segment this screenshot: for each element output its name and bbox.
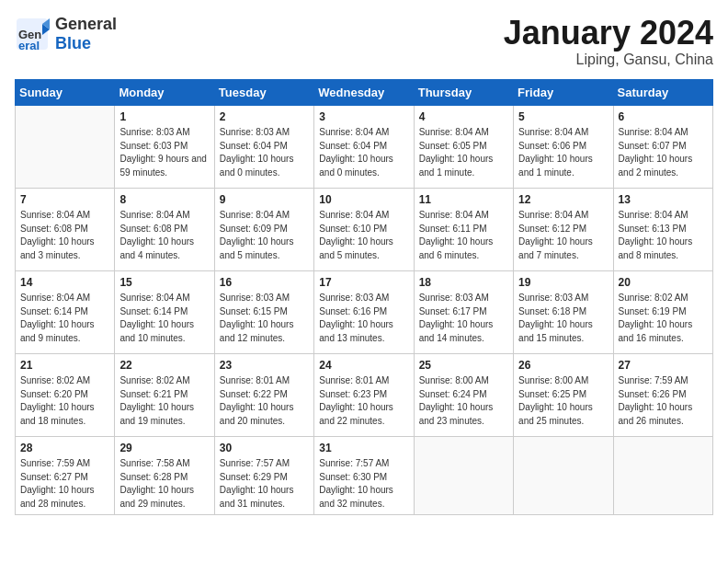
day-number: 28 [20,441,109,456]
logo-general: General [55,15,117,34]
day-number: 21 [20,358,109,373]
day-info: Sunrise: 8:04 AM Sunset: 6:05 PM Dayligh… [419,126,508,179]
day-number: 17 [319,275,408,291]
day-number: 23 [220,358,309,373]
calendar-cell: 31Sunrise: 7:57 AM Sunset: 6:30 PM Dayli… [314,436,414,515]
calendar-cell: 3Sunrise: 8:04 AM Sunset: 6:04 PM Daylig… [314,105,414,188]
weekday-header-row: SundayMondayTuesdayWednesdayThursdayFrid… [16,79,713,105]
calendar-cell: 19Sunrise: 8:03 AM Sunset: 6:18 PM Dayli… [514,270,613,353]
day-number: 26 [518,358,608,373]
day-info: Sunrise: 8:04 AM Sunset: 6:14 PM Dayligh… [20,292,109,345]
day-number: 9 [220,192,309,208]
title-block: January 2024 Liping, Gansu, China [504,15,713,68]
calendar-cell: 22Sunrise: 8:02 AM Sunset: 6:21 PM Dayli… [115,353,214,436]
calendar-cell: 30Sunrise: 7:57 AM Sunset: 6:29 PM Dayli… [214,436,313,515]
calendar-week-row: 14Sunrise: 8:04 AM Sunset: 6:14 PM Dayli… [16,270,713,353]
weekday-header-thursday: Thursday [414,79,513,105]
calendar-cell: 18Sunrise: 8:03 AM Sunset: 6:17 PM Dayli… [414,270,513,353]
day-number: 5 [518,109,608,125]
calendar-cell: 16Sunrise: 8:03 AM Sunset: 6:15 PM Dayli… [214,270,313,353]
day-info: Sunrise: 8:04 AM Sunset: 6:06 PM Dayligh… [518,126,608,179]
calendar-week-row: 21Sunrise: 8:02 AM Sunset: 6:20 PM Dayli… [16,353,713,436]
calendar-cell: 6Sunrise: 8:04 AM Sunset: 6:07 PM Daylig… [613,105,712,188]
calendar-cell: 25Sunrise: 8:00 AM Sunset: 6:24 PM Dayli… [414,353,513,436]
calendar-cell: 7Sunrise: 8:04 AM Sunset: 6:08 PM Daylig… [16,188,115,270]
calendar-cell: 9Sunrise: 8:04 AM Sunset: 6:09 PM Daylig… [214,188,313,270]
day-number: 30 [220,441,309,456]
day-number: 27 [619,358,708,373]
day-info: Sunrise: 8:02 AM Sunset: 6:21 PM Dayligh… [119,374,209,428]
svg-text:eral: eral [18,39,40,52]
location: Liping, Gansu, China [504,52,713,68]
calendar-cell: 24Sunrise: 8:01 AM Sunset: 6:23 PM Dayli… [314,353,414,436]
calendar-cell: 10Sunrise: 8:04 AM Sunset: 6:10 PM Dayli… [314,188,414,270]
day-number: 19 [518,275,608,291]
day-number: 11 [419,192,508,208]
day-number: 3 [319,109,408,125]
day-info: Sunrise: 8:04 AM Sunset: 6:10 PM Dayligh… [319,209,408,262]
calendar-cell: 8Sunrise: 8:04 AM Sunset: 6:08 PM Daylig… [115,188,214,270]
calendar-cell: 26Sunrise: 8:00 AM Sunset: 6:25 PM Dayli… [514,353,613,436]
day-info: Sunrise: 7:58 AM Sunset: 6:28 PM Dayligh… [119,457,209,511]
day-info: Sunrise: 7:57 AM Sunset: 6:30 PM Dayligh… [319,457,408,511]
day-info: Sunrise: 8:04 AM Sunset: 6:14 PM Dayligh… [119,292,209,345]
calendar-week-row: 1Sunrise: 8:03 AM Sunset: 6:03 PM Daylig… [16,105,713,188]
day-info: Sunrise: 8:02 AM Sunset: 6:20 PM Dayligh… [20,374,109,428]
calendar-cell: 14Sunrise: 8:04 AM Sunset: 6:14 PM Dayli… [16,270,115,353]
calendar-cell: 29Sunrise: 7:58 AM Sunset: 6:28 PM Dayli… [115,436,214,515]
day-number: 16 [220,275,309,291]
day-info: Sunrise: 8:03 AM Sunset: 6:15 PM Dayligh… [220,292,309,345]
day-number: 25 [419,358,508,373]
logo: Gen eral General Blue [15,15,117,52]
header: Gen eral General Blue January 2024 Lipin… [15,15,713,68]
month-title: January 2024 [504,15,713,52]
day-info: Sunrise: 8:03 AM Sunset: 6:04 PM Dayligh… [220,126,309,179]
calendar-cell: 11Sunrise: 8:04 AM Sunset: 6:11 PM Dayli… [414,188,513,270]
day-info: Sunrise: 8:04 AM Sunset: 6:04 PM Dayligh… [319,126,408,179]
calendar-cell: 2Sunrise: 8:03 AM Sunset: 6:04 PM Daylig… [214,105,313,188]
logo-icon: Gen eral [15,17,50,52]
day-number: 31 [319,441,408,456]
day-info: Sunrise: 8:04 AM Sunset: 6:13 PM Dayligh… [619,209,708,262]
day-number: 6 [619,109,708,125]
day-info: Sunrise: 8:04 AM Sunset: 6:08 PM Dayligh… [20,209,109,262]
day-info: Sunrise: 8:00 AM Sunset: 6:24 PM Dayligh… [419,374,508,428]
day-info: Sunrise: 7:59 AM Sunset: 6:27 PM Dayligh… [20,457,109,511]
calendar-cell: 5Sunrise: 8:04 AM Sunset: 6:06 PM Daylig… [514,105,613,188]
weekday-header-monday: Monday [115,79,214,105]
day-number: 24 [319,358,408,373]
day-info: Sunrise: 8:01 AM Sunset: 6:22 PM Dayligh… [220,374,309,428]
weekday-header-tuesday: Tuesday [214,79,313,105]
calendar-table: SundayMondayTuesdayWednesdayThursdayFrid… [15,79,713,516]
calendar-week-row: 28Sunrise: 7:59 AM Sunset: 6:27 PM Dayli… [16,436,713,515]
day-number: 20 [619,275,708,291]
day-info: Sunrise: 7:57 AM Sunset: 6:29 PM Dayligh… [220,457,309,511]
day-info: Sunrise: 7:59 AM Sunset: 6:26 PM Dayligh… [619,374,708,428]
day-info: Sunrise: 8:02 AM Sunset: 6:19 PM Dayligh… [619,292,708,345]
day-number: 2 [220,109,309,125]
calendar-cell: 1Sunrise: 8:03 AM Sunset: 6:03 PM Daylig… [115,105,214,188]
calendar-cell: 21Sunrise: 8:02 AM Sunset: 6:20 PM Dayli… [16,353,115,436]
weekday-header-saturday: Saturday [613,79,712,105]
calendar-cell [613,436,712,515]
calendar-cell [414,436,513,515]
weekday-header-sunday: Sunday [16,79,115,105]
day-number: 8 [119,192,209,208]
calendar-cell [514,436,613,515]
day-info: Sunrise: 8:03 AM Sunset: 6:18 PM Dayligh… [518,292,608,345]
calendar-cell: 20Sunrise: 8:02 AM Sunset: 6:19 PM Dayli… [613,270,712,353]
calendar-cell: 12Sunrise: 8:04 AM Sunset: 6:12 PM Dayli… [514,188,613,270]
day-number: 14 [20,275,109,291]
calendar-cell [16,105,115,188]
day-info: Sunrise: 8:04 AM Sunset: 6:12 PM Dayligh… [518,209,608,262]
day-number: 29 [119,441,209,456]
calendar-cell: 15Sunrise: 8:04 AM Sunset: 6:14 PM Dayli… [115,270,214,353]
calendar-cell: 13Sunrise: 8:04 AM Sunset: 6:13 PM Dayli… [613,188,712,270]
calendar-week-row: 7Sunrise: 8:04 AM Sunset: 6:08 PM Daylig… [16,188,713,270]
day-number: 7 [20,192,109,208]
day-number: 4 [419,109,508,125]
weekday-header-friday: Friday [514,79,613,105]
calendar-cell: 4Sunrise: 8:04 AM Sunset: 6:05 PM Daylig… [414,105,513,188]
day-number: 13 [619,192,708,208]
day-number: 12 [518,192,608,208]
